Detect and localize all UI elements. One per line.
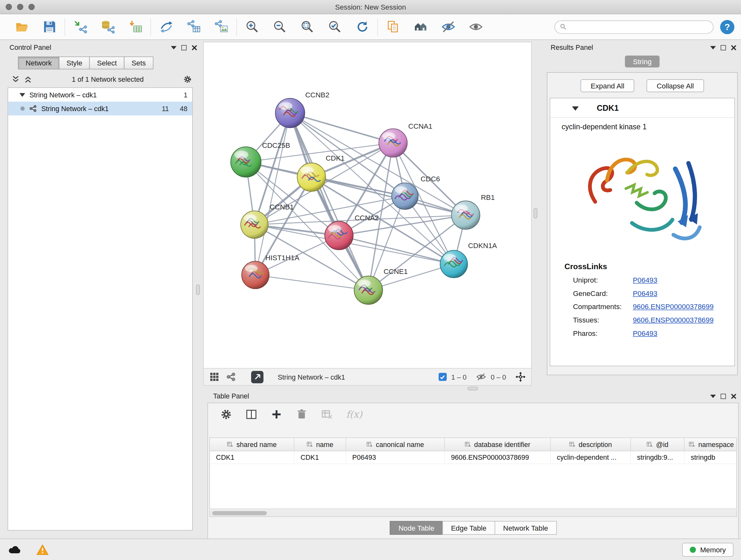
network-label: String Network – cdk1 bbox=[41, 105, 109, 112]
svg-text:CCNA1: CCNA1 bbox=[408, 122, 432, 130]
detach-view-icon[interactable] bbox=[251, 371, 264, 383]
help-button[interactable]: ? bbox=[720, 20, 735, 34]
table-row[interactable]: CDK1 CDK1 P06493 9606.ENSP00000378699 cy… bbox=[210, 451, 737, 464]
home-layout-icon[interactable] bbox=[411, 17, 430, 37]
bottom-splitter-handle[interactable] bbox=[468, 387, 478, 390]
network-table-icon[interactable] bbox=[184, 17, 203, 37]
collapse-panel-icon[interactable] bbox=[710, 46, 716, 49]
svg-text:RB1: RB1 bbox=[481, 193, 495, 201]
search-input[interactable] bbox=[570, 23, 709, 30]
memory-button[interactable]: Memory bbox=[682, 543, 733, 557]
import-network-database-icon[interactable] bbox=[98, 17, 118, 37]
add-column-icon[interactable] bbox=[271, 408, 282, 420]
float-panel-icon[interactable] bbox=[721, 45, 726, 50]
svg-text:CCNA2: CCNA2 bbox=[354, 214, 379, 222]
network-collection-row[interactable]: String Network – cdk1 1 bbox=[8, 88, 192, 102]
scrollbar-thumb[interactable] bbox=[212, 511, 267, 515]
function-builder-icon[interactable]: f(x) bbox=[346, 408, 362, 420]
results-panel-title: Results Panel bbox=[548, 44, 593, 51]
gene-section: CDK1 cyclin-dependent kinase 1 bbox=[550, 98, 735, 366]
copy-icon[interactable] bbox=[384, 17, 403, 37]
expand-all-icon[interactable] bbox=[23, 75, 32, 84]
tab-edge-table[interactable]: Edge Table bbox=[442, 521, 495, 535]
tab-style[interactable]: Style bbox=[59, 57, 90, 69]
collapse-panel-icon[interactable] bbox=[710, 394, 716, 397]
close-panel-icon[interactable] bbox=[191, 44, 197, 51]
compartments-link[interactable]: 9606.ENSP00000378699 bbox=[633, 302, 714, 310]
column-header-id[interactable]: @id bbox=[631, 438, 684, 451]
status-bar: Memory bbox=[0, 539, 741, 560]
network-image-icon[interactable] bbox=[212, 17, 231, 37]
gene-section-header[interactable]: CDK1 bbox=[550, 98, 734, 118]
tab-network-table[interactable]: Network Table bbox=[495, 521, 557, 535]
toolbar-search[interactable] bbox=[554, 20, 713, 34]
network-row[interactable]: String Network – cdk1 11 48 bbox=[8, 102, 192, 115]
column-header-shared-name[interactable]: shared name bbox=[210, 438, 294, 451]
close-panel-icon[interactable] bbox=[731, 44, 737, 51]
zoom-selected-icon[interactable] bbox=[325, 17, 344, 37]
table-panel-title: Table Panel bbox=[209, 392, 249, 400]
column-header-namespace[interactable]: namespace bbox=[684, 438, 737, 451]
collapse-all-button[interactable]: Collapse All bbox=[647, 79, 704, 92]
column-header-canonical-name[interactable]: canonical name bbox=[346, 438, 445, 451]
search-icon bbox=[560, 23, 567, 30]
delete-column-icon[interactable] bbox=[296, 408, 308, 420]
warning-icon[interactable] bbox=[36, 544, 49, 556]
import-network-file-icon[interactable] bbox=[71, 17, 90, 37]
tab-network[interactable]: Network bbox=[18, 57, 59, 69]
maximize-window-button[interactable] bbox=[28, 4, 35, 10]
column-header-name[interactable]: name bbox=[294, 438, 346, 451]
tree-expander-icon[interactable] bbox=[19, 93, 25, 97]
cloud-icon[interactable] bbox=[8, 544, 22, 555]
minimize-window-button[interactable] bbox=[17, 4, 23, 10]
close-panel-icon[interactable] bbox=[731, 393, 737, 399]
protein-structure-image bbox=[581, 136, 704, 254]
grid-view-icon[interactable] bbox=[209, 372, 219, 382]
open-session-icon[interactable] bbox=[12, 17, 31, 37]
column-header-description[interactable]: description bbox=[551, 438, 631, 451]
genecard-link[interactable]: P06493 bbox=[633, 289, 657, 297]
network-canvas[interactable]: CCNB2CCNA1CDC25BCDK1CDC6RB1CCNB1CCNA2CDK… bbox=[204, 42, 531, 368]
table-header-row: shared name name canonical name database… bbox=[210, 438, 737, 451]
tab-node-table[interactable]: Node Table bbox=[390, 521, 443, 535]
left-splitter-handle[interactable] bbox=[196, 285, 200, 295]
show-columns-icon[interactable] bbox=[246, 408, 257, 420]
import-table-icon[interactable] bbox=[126, 17, 145, 37]
clone-network-icon[interactable] bbox=[157, 17, 176, 37]
gear-icon[interactable] bbox=[183, 75, 192, 84]
collapse-all-icon[interactable] bbox=[11, 75, 20, 84]
float-panel-icon[interactable] bbox=[721, 393, 726, 398]
network-view-title: String Network – cdk1 bbox=[278, 373, 345, 381]
close-window-button[interactable] bbox=[6, 4, 12, 10]
pan-crosshair-icon[interactable] bbox=[516, 372, 526, 382]
expand-all-button[interactable]: Expand All bbox=[581, 79, 634, 92]
svg-text:CDKN1A: CDKN1A bbox=[468, 242, 497, 250]
tab-select[interactable]: Select bbox=[89, 57, 125, 69]
gear-icon[interactable] bbox=[220, 408, 232, 420]
column-header-database-identifier[interactable]: database identifier bbox=[445, 438, 551, 451]
tab-sets[interactable]: Sets bbox=[124, 57, 153, 69]
delete-table-icon[interactable] bbox=[321, 408, 333, 420]
horizontal-scrollbar[interactable] bbox=[209, 510, 737, 517]
zoom-out-icon[interactable] bbox=[270, 17, 289, 37]
tissues-link[interactable]: 9606.ENSP00000378699 bbox=[633, 315, 714, 323]
eye-icon[interactable] bbox=[466, 17, 485, 37]
tab-string[interactable]: String bbox=[625, 56, 660, 67]
network-view: CCNB2CCNA1CDC25BCDK1CDC6RB1CCNB1CCNA2CDK… bbox=[203, 42, 532, 386]
annotation-visibility-icon[interactable] bbox=[439, 17, 458, 37]
pharos-link[interactable]: P06493 bbox=[633, 329, 657, 337]
svg-text:CDC6: CDC6 bbox=[421, 175, 440, 183]
collapse-panel-icon[interactable] bbox=[171, 46, 177, 49]
uniprot-link[interactable]: P06493 bbox=[633, 276, 657, 284]
zoom-fit-icon[interactable] bbox=[298, 17, 317, 37]
section-expander-icon[interactable] bbox=[572, 106, 579, 110]
save-session-icon[interactable] bbox=[40, 17, 59, 37]
hidden-eye-icon[interactable] bbox=[476, 372, 486, 382]
selected-checkbox-icon[interactable] bbox=[439, 373, 447, 381]
network-view-mode-icon[interactable] bbox=[226, 372, 236, 382]
right-splitter-handle[interactable] bbox=[534, 208, 537, 219]
table-toolbar: f(x) bbox=[208, 403, 738, 425]
zoom-in-icon[interactable] bbox=[243, 17, 262, 37]
float-panel-icon[interactable] bbox=[181, 45, 186, 50]
refresh-icon[interactable] bbox=[353, 17, 372, 37]
